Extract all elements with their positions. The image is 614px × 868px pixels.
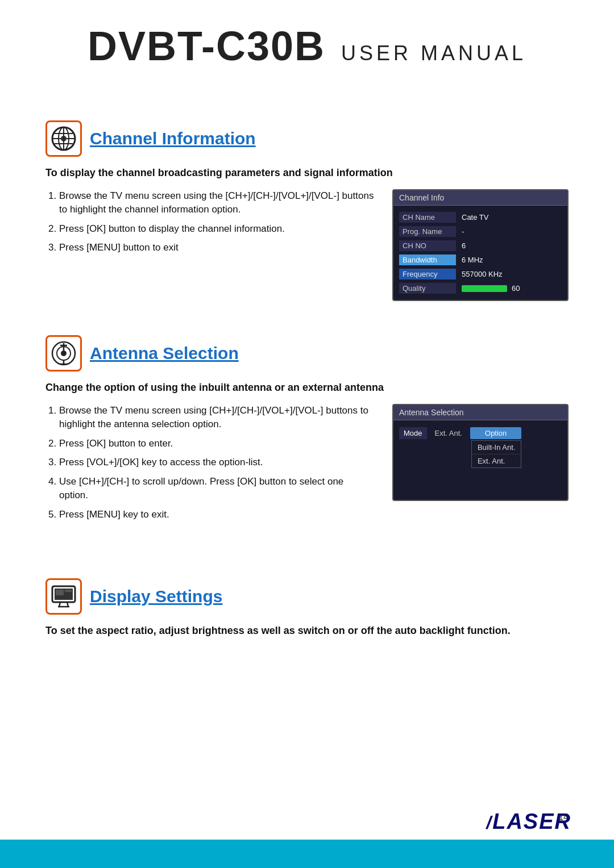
channel-info-desc: To display the channel broadcasting para… — [45, 167, 569, 179]
ch-name-value: Cate TV — [456, 213, 488, 222]
frequency-value: 557000 KHz — [456, 270, 503, 278]
page-header: DVBT-C30B USER MANUAL — [0, 0, 614, 86]
channel-step-1: Browse the TV menu screen using the [CH+… — [59, 189, 375, 216]
quality-bar-container: 60 — [456, 284, 562, 293]
channel-info-mockup-title: Channel Info — [393, 190, 567, 206]
antenna-option-button[interactable]: Option — [470, 427, 521, 439]
ch-name-label: CH Name — [399, 212, 456, 223]
antenna-option-builtin[interactable]: Built-In Ant. — [472, 441, 521, 454]
channel-info-section-header: Channel Information — [45, 120, 569, 157]
quality-bar — [462, 285, 507, 292]
frequency-label: Frequency — [399, 269, 456, 279]
channel-info-steps: Browse the TV menu screen using the [CH+… — [45, 189, 375, 260]
display-settings-title: Display Settings — [90, 587, 222, 606]
antenna-icon — [45, 335, 82, 372]
laser-logo-area: /LASER — [486, 809, 571, 834]
prog-name-label: Prog. Name — [399, 226, 456, 237]
antenna-mockup-body: Mode Ext. Ant. Option Built-In Ant. Ext.… — [393, 420, 567, 500]
antenna-steps: Browse the TV menu screen using [CH+]/[C… — [45, 404, 375, 527]
quality-label: Quality — [399, 283, 456, 294]
antenna-mockup-title: Antenna Selection — [393, 405, 567, 420]
display-icon — [45, 578, 82, 615]
bandwidth-value: 6 MHz — [456, 256, 483, 264]
ch-no-label: CH NO — [399, 240, 456, 251]
antenna-mode-row: Mode Ext. Ant. Option Built-In Ant. Ext.… — [399, 427, 562, 468]
ch-no-row: CH NO 6 — [393, 239, 567, 253]
antenna-desc: Change the option of using the inbuilt a… — [45, 382, 569, 394]
ch-no-value: 6 — [456, 241, 466, 250]
channel-info-rows: CH Name Cate TV Prog. Name - CH NO 6 Ban… — [393, 206, 567, 300]
quality-value: 60 — [512, 284, 520, 293]
channel-info-icon — [45, 120, 82, 157]
antenna-option-ext[interactable]: Ext. Ant. — [472, 454, 521, 468]
antenna-option-list: Built-In Ant. Ext. Ant. — [471, 440, 521, 468]
channel-info-mockup: Channel Info CH Name Cate TV Prog. Name … — [392, 189, 569, 301]
footer-bar — [0, 840, 614, 868]
laser-logo: /LASER — [486, 809, 571, 833]
channel-step-2: Press [OK] button to display the channel… — [59, 222, 375, 236]
svg-point-9 — [61, 350, 67, 356]
antenna-title: Antenna Selection — [90, 344, 239, 363]
bandwidth-row: Bandwidth 6 MHz — [393, 253, 567, 267]
manual-subtitle: USER MANUAL — [341, 41, 526, 65]
prog-name-value: - — [456, 227, 464, 236]
prog-name-row: Prog. Name - — [393, 224, 567, 239]
antenna-mode-label: Mode — [399, 427, 427, 439]
product-name: DVBT-C30B — [88, 23, 325, 69]
frequency-row: Frequency 557000 KHz — [393, 267, 567, 281]
svg-rect-19 — [56, 590, 64, 595]
channel-info-title: Channel Information — [90, 129, 256, 148]
antenna-step-5: Press [MENU] key to exit. — [59, 508, 375, 521]
antenna-ext-ant-label: Ext. Ant. — [432, 427, 466, 439]
display-settings-desc: To set the aspect ratio, adjust brightne… — [45, 625, 569, 637]
antenna-section-header: Antenna Selection — [45, 335, 569, 372]
main-content: Channel Information To display the chann… — [0, 86, 614, 670]
display-section-header: Display Settings — [45, 578, 569, 615]
antenna-body: Browse the TV menu screen using [CH+]/[C… — [45, 404, 569, 527]
channel-info-body: Browse the TV menu screen using the [CH+… — [45, 189, 569, 301]
antenna-mockup: Antenna Selection Mode Ext. Ant. Option … — [392, 404, 569, 501]
channel-step-3: Press [MENU] button to exit — [59, 241, 375, 254]
quality-row: Quality 60 — [393, 281, 567, 295]
antenna-screenshot: Antenna Selection Mode Ext. Ant. Option … — [392, 404, 569, 501]
ch-name-row: CH Name Cate TV — [393, 210, 567, 224]
antenna-step-2: Press [OK] button to enter. — [59, 437, 375, 450]
channel-info-screenshot: Channel Info CH Name Cate TV Prog. Name … — [392, 189, 569, 301]
bandwidth-label: Bandwidth — [399, 254, 456, 265]
antenna-step-3: Press [VOL+]/[OK] key to access the opti… — [59, 456, 375, 469]
antenna-step-4: Use [CH+]/[CH-] to scroll up/down. Press… — [59, 475, 375, 502]
antenna-step-1: Browse the TV menu screen using [CH+]/[C… — [59, 404, 375, 431]
display-settings-section: Display Settings To set the aspect ratio… — [45, 578, 569, 637]
svg-rect-20 — [65, 590, 72, 592]
